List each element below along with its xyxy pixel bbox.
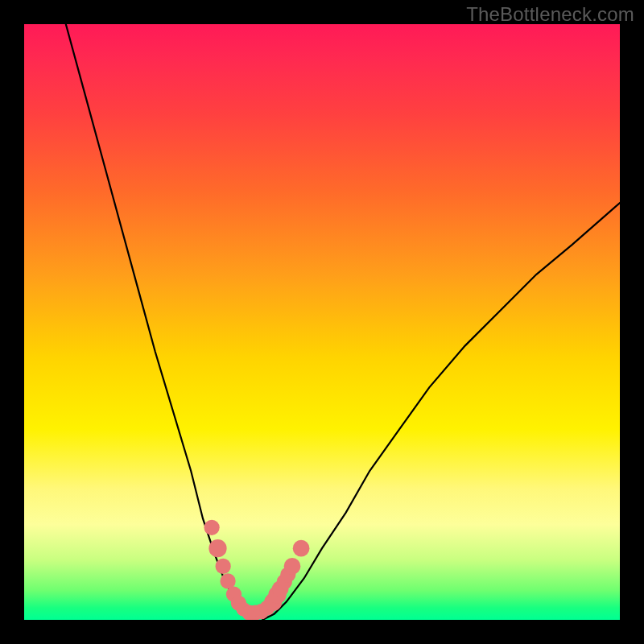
plot-area [24,24,620,620]
marker-dot [204,520,219,535]
marker-dot [216,559,231,574]
marker-dot [293,540,310,557]
left-curve [66,24,250,620]
chart-frame: TheBottleneck.com [0,0,644,644]
markers-group [204,520,309,620]
chart-svg [24,24,620,620]
right-curve [262,203,620,620]
marker-dot [284,558,301,575]
marker-dot [208,539,226,557]
watermark-text: TheBottleneck.com [466,3,634,26]
